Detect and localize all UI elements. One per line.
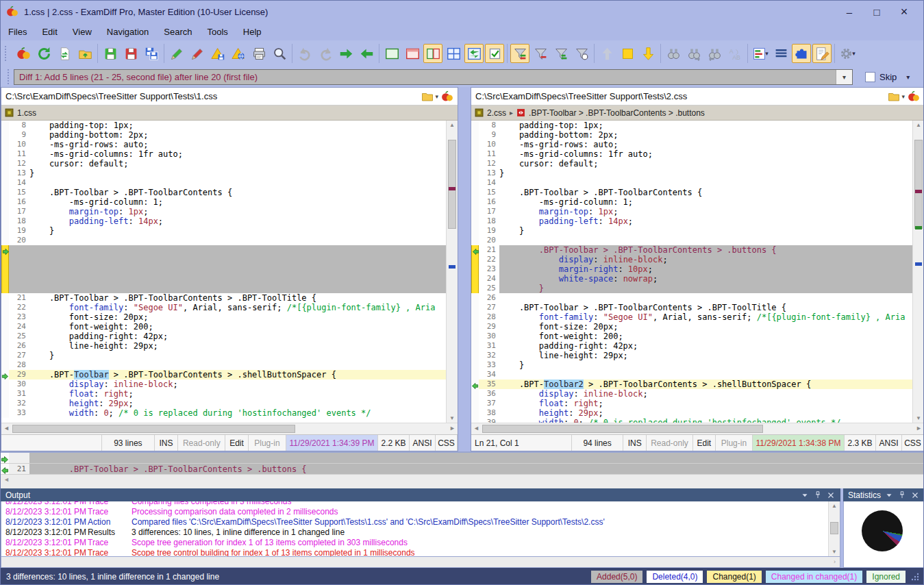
code-line[interactable]: 16 -ms-grid-column: 1; [1,197,446,207]
code-line[interactable]: 29 .BPT-Toolbar > .BPT-ToolbarContents >… [1,370,446,379]
diff-map-mark[interactable] [449,265,455,269]
show-all-differences-button[interactable] [510,44,529,63]
copy-left-marker-icon[interactable] [1,465,9,473]
edit-first-file-button[interactable] [167,44,186,63]
code-line[interactable]: 31 padding-right: 42px; [471,341,912,351]
code-line[interactable]: 29 font-size: 20px; [471,322,912,332]
save-first-button[interactable] [101,44,120,63]
diff-map-mark[interactable] [449,187,455,190]
close-button[interactable]: × [890,3,918,21]
code-line[interactable]: 20 [1,236,446,245]
left-open-folder-icon[interactable] [421,90,434,103]
compare-files-button[interactable] [14,44,33,63]
copy-right-marker-icon[interactable] [2,246,10,253]
open-files-button[interactable] [75,44,95,63]
code-line[interactable]: 25 } [471,284,912,293]
right-breadcrumb-file[interactable]: 2.css [487,108,506,118]
code-line[interactable]: 16 -ms-grid-column: 1; [471,197,912,207]
badge-ignored[interactable]: Ignored [866,571,906,583]
output-pin-icon[interactable] [813,490,823,500]
diff-selector-combo[interactable]: Diff 1: Add 5 lines (21 - 25, second fil… [14,69,853,85]
redo-button[interactable] [316,44,335,63]
scroll-right-icon[interactable]: ► [916,425,922,432]
sync-scrolling-button[interactable] [464,44,484,63]
code-line[interactable]: 31 float: right; [1,389,446,399]
code-line[interactable]: 15 .BPT-Toolbar > .BPT-ToolbarContents { [471,188,912,197]
output-log-row[interactable]: 8/12/2023 3:12:01 PMTraceProcessing comp… [1,507,827,517]
code-line[interactable]: 22 font-family: "Segoe UI", Arial, sans-… [1,303,446,312]
diff-combo-dropdown-icon[interactable]: ▾ [836,70,852,84]
line-options-button[interactable] [771,44,790,63]
right-breadcrumb-scope[interactable]: .BPT-Toolbar > .BPT-ToolbarContents > .b… [529,108,705,118]
left-vertical-scrollbar[interactable]: ▲▼ [446,121,458,423]
code-line[interactable]: 11 -ms-grid-columns: 1fr auto; [471,149,912,159]
code-line[interactable]: 13} [471,169,912,178]
badge-deleted[interactable]: Deleted(4,0) [647,571,703,583]
statistics-close-icon[interactable] [910,490,920,500]
swap-and-recompare-button[interactable] [55,44,74,63]
right-open-dropdown-icon[interactable]: ▾ [901,93,905,100]
diff-map-mark[interactable] [915,190,922,193]
code-line[interactable]: 9 padding-bottom: 2px; [1,130,446,140]
find-button[interactable] [664,44,683,63]
copy-block-right-button[interactable] [336,44,355,63]
menu-tools[interactable]: Tools [199,24,235,40]
code-line[interactable]: 8 padding-top: 1px; [1,121,446,130]
menu-view[interactable]: View [65,24,99,40]
badge-changed-in-changed[interactable]: Changed in changed(1) [766,571,862,583]
output-horizontal-scrollbar[interactable]: › [1,557,840,568]
current-difference-button[interactable] [618,44,637,63]
find-prev-button[interactable] [705,44,724,63]
recompare-button[interactable] [34,44,53,63]
diff-map-mark[interactable] [915,226,922,229]
left-recompare-icon[interactable] [441,90,453,103]
diffbar-overflow-icon[interactable]: ▾ [906,73,910,81]
code-line[interactable]: 24 font-weight: 200; [1,322,446,332]
resize-grip[interactable] [911,573,919,581]
split-horizontal-button[interactable] [444,44,463,63]
code-line[interactable]: 32 line-height: 29px; [471,351,912,360]
undo-button[interactable] [295,44,314,63]
plugins-button[interactable] [792,44,811,63]
scroll-down-icon[interactable]: ▼ [447,415,458,421]
left-open-dropdown-icon[interactable]: ▾ [435,93,438,100]
show-second-pane-button[interactable] [403,44,422,63]
copy-right-marker-icon[interactable] [1,454,9,462]
print-button[interactable] [249,44,269,63]
code-line[interactable]: 25 padding-right: 42px; [1,332,446,341]
right-hscroll-thumb[interactable] [482,425,763,433]
code-line[interactable]: 30 font-weight: 200; [471,332,912,341]
code-line[interactable]: 36 display: inline-block; [471,389,912,399]
code-line[interactable]: 10 -ms-grid-rows: auto; [471,140,912,149]
output-menu-icon[interactable] [800,490,810,500]
find-next-button[interactable] [684,44,703,63]
copy-left-marker-icon[interactable] [472,246,479,253]
code-line[interactable]: 38 height: 29px; [471,408,912,418]
code-line[interactable]: 28 [1,360,446,370]
code-line[interactable]: 18 padding-left: 14px; [471,216,912,226]
code-line[interactable]: 8 padding-top: 1px; [471,121,912,130]
skip-checkbox[interactable] [865,72,875,82]
code-line[interactable]: 19 } [1,226,446,236]
code-line[interactable]: 12 cursor: default; [471,159,912,169]
statistics-pin-icon[interactable] [897,490,907,500]
search-files-button[interactable] [270,44,289,63]
badge-changed[interactable]: Changed(1) [707,571,761,583]
merge-scrollbar[interactable]: ◄ [1,475,924,487]
code-line[interactable]: 32 height: 29px; [1,399,446,408]
code-line[interactable]: 15 .BPT-Toolbar > .BPT-ToolbarContents { [1,188,446,197]
show-deleted-button[interactable] [531,44,550,63]
filter-checkbox-button[interactable] [485,44,504,63]
code-line[interactable]: 14 [1,178,446,188]
edit-second-file-button[interactable] [188,44,207,63]
copy-block-left-button[interactable] [357,44,376,63]
save-second-button[interactable] [121,44,140,63]
code-line[interactable]: 28 font-family: "Segoe UI", Arial, sans-… [471,312,912,322]
code-line[interactable]: 21 .BPT-Toolbar > .BPT-ToolbarContents >… [1,293,446,303]
code-line[interactable]: 13} [1,169,446,178]
split-vertical-button[interactable] [423,44,442,63]
output-log-row[interactable]: 8/12/2023 3:12:01 PMResults3 differences… [1,527,827,538]
diff-map-mark[interactable] [915,262,922,266]
minimize-button[interactable]: – [836,3,863,21]
show-first-pane-button[interactable] [382,44,401,63]
